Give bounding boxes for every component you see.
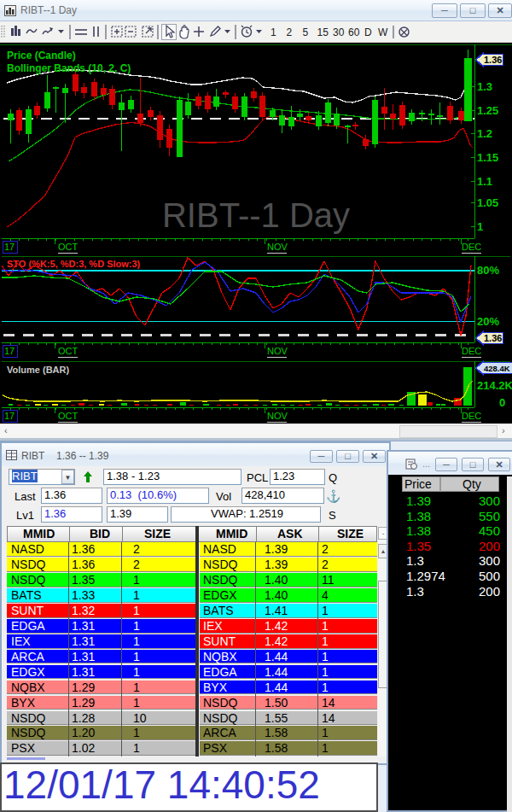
svg-text:20%: 20% [477, 315, 499, 328]
svg-text:W: W [378, 26, 388, 38]
svg-text:1.05: 1.05 [477, 196, 498, 209]
svg-text:17: 17 [4, 346, 15, 356]
svg-text:15: 15 [317, 26, 329, 38]
svg-text:1.3: 1.3 [477, 80, 492, 93]
svg-text:NOV: NOV [267, 242, 288, 252]
svg-text:OCT: OCT [58, 242, 79, 252]
svg-text:1.1: 1.1 [477, 175, 492, 188]
svg-text:30: 30 [333, 26, 345, 38]
svg-text:428.4K: 428.4K [484, 364, 510, 373]
svg-text:Volume (BAR): Volume (BAR) [7, 365, 69, 375]
svg-text:DEC: DEC [462, 411, 481, 421]
svg-text:1.15: 1.15 [477, 151, 498, 164]
svg-text:D: D [364, 26, 372, 38]
svg-text:OCT: OCT [58, 346, 79, 356]
svg-text:1: 1 [271, 26, 276, 38]
svg-text:DEC: DEC [462, 242, 481, 252]
svg-text:1.36: 1.36 [484, 333, 502, 343]
svg-text:5: 5 [303, 26, 309, 38]
svg-text:1.2: 1.2 [477, 127, 492, 140]
svg-text:DEC: DEC [462, 346, 481, 356]
svg-text:STO (%K:5, %D:3, %D Slow:3): STO (%K:5, %D:3, %D Slow:3) [7, 259, 141, 269]
svg-text:OCT: OCT [58, 411, 79, 421]
svg-text:RIBT--1 Day: RIBT--1 Day [162, 196, 350, 234]
svg-text:0: 0 [499, 396, 505, 409]
svg-text:2: 2 [287, 26, 293, 38]
svg-text:Bollinger Bands (10, 2, C): Bollinger Bands (10, 2, C) [7, 62, 131, 74]
svg-text:1: 1 [477, 220, 483, 233]
svg-text:80%: 80% [477, 264, 499, 277]
svg-text:60: 60 [348, 26, 360, 38]
svg-text:17: 17 [4, 411, 15, 421]
svg-text:NOV: NOV [267, 411, 288, 421]
svg-text:214.2K: 214.2K [477, 379, 512, 392]
svg-text:1.25: 1.25 [477, 104, 498, 117]
svg-text:Price (Candle): Price (Candle) [7, 50, 76, 61]
svg-text:1.36: 1.36 [484, 55, 502, 65]
svg-text:NOV: NOV [267, 346, 288, 356]
svg-text:17: 17 [4, 242, 15, 252]
